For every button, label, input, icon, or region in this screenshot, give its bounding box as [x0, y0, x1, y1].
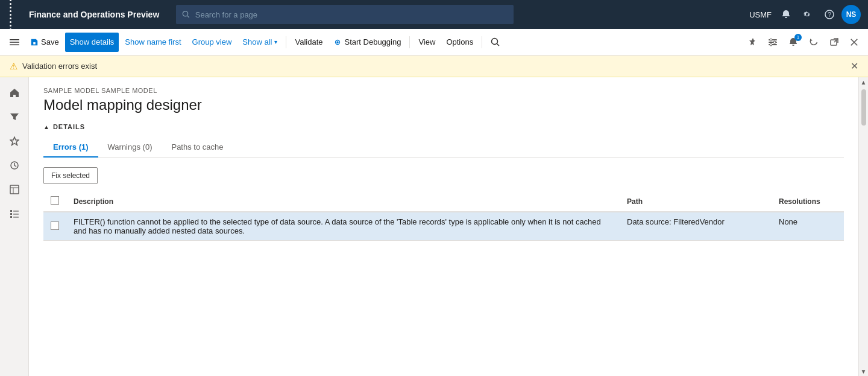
details-label: DETAILS [53, 123, 85, 130]
options-button[interactable]: Options [441, 33, 478, 52]
notification-bell-icon[interactable] [776, 5, 796, 24]
group-view-button[interactable]: Group view [187, 33, 237, 52]
scroll-thumb[interactable] [861, 89, 866, 126]
sidebar-filter-button[interactable] [4, 106, 25, 128]
notification-count: 1 [794, 34, 802, 41]
cmd-divider-3 [482, 36, 482, 48]
row-resolutions: None [772, 212, 844, 241]
open-new-window-icon [829, 37, 839, 47]
table-header-path: Path [620, 191, 772, 212]
company-label: USMF [749, 10, 772, 19]
svg-point-14 [770, 39, 772, 41]
scroll-down-arrow[interactable]: ▼ [859, 366, 869, 376]
svg-text:?: ? [828, 11, 831, 18]
clock-icon [10, 161, 19, 170]
svg-rect-26 [13, 211, 19, 212]
svg-rect-27 [10, 213, 12, 215]
table-header-resolutions: Resolutions [772, 191, 844, 212]
svg-marker-20 [10, 137, 19, 145]
svg-point-0 [183, 11, 188, 16]
search-bar[interactable] [176, 5, 514, 24]
personalize-icon-button[interactable] [763, 33, 782, 52]
table-row[interactable]: FILTER() function cannot be applied to t… [43, 212, 844, 241]
home-icon [10, 88, 19, 98]
scroll-up-arrow[interactable]: ▲ [859, 77, 869, 87]
personalize-icon [768, 37, 778, 47]
hamburger-menu-button[interactable] [5, 33, 24, 52]
view-button[interactable]: View [414, 33, 440, 52]
row-checkbox[interactable] [51, 221, 59, 230]
search-input[interactable] [195, 10, 508, 19]
main-layout: SAMPLE MODEL SAMPLE MODEL Model mapping … [0, 77, 868, 376]
command-bar: Save Show details Show name first Group … [0, 29, 868, 56]
top-nav: Finance and Operations Preview USMF ? NS [0, 0, 868, 29]
right-scrollbar: ▲ ▼ [858, 77, 868, 376]
svg-rect-22 [10, 185, 19, 194]
svg-point-8 [337, 41, 339, 43]
svg-rect-5 [10, 42, 19, 43]
refresh-icon-button[interactable] [804, 33, 823, 52]
hamburger-icon [10, 37, 19, 47]
avatar[interactable]: NS [841, 5, 861, 24]
show-all-chevron-icon: ▾ [274, 39, 277, 45]
fix-selected-button[interactable]: Fix selected [43, 167, 98, 184]
start-debugging-button[interactable]: Start Debugging [329, 33, 406, 52]
select-all-checkbox[interactable] [51, 196, 59, 205]
pin-icon [747, 37, 757, 47]
search-command-icon[interactable] [486, 33, 505, 52]
cmd-bar-right: 1 [743, 33, 863, 52]
svg-rect-4 [10, 39, 19, 40]
table-header-row: Description Path Resolutions [43, 191, 844, 212]
row-path: Data source: FilteredVendor [620, 212, 772, 241]
cmd-divider-2 [409, 36, 410, 48]
svg-point-16 [770, 43, 772, 46]
table-icon [10, 185, 19, 194]
svg-rect-29 [10, 216, 12, 218]
star-icon [10, 136, 19, 146]
validate-button[interactable]: Validate [290, 33, 327, 52]
open-new-window-icon-button[interactable] [825, 33, 844, 52]
sidebar-table-button[interactable] [4, 179, 25, 200]
svg-point-9 [492, 38, 498, 44]
content-area: SAMPLE MODEL SAMPLE MODEL Model mapping … [29, 77, 858, 376]
show-details-button[interactable]: Show details [65, 33, 119, 52]
svg-rect-28 [13, 214, 19, 215]
sidebar-list-button[interactable] [4, 203, 25, 225]
sidebar-home-button[interactable] [4, 82, 25, 104]
table-header-check [43, 191, 66, 212]
list-icon [10, 209, 19, 218]
svg-point-15 [773, 41, 776, 43]
svg-line-10 [497, 43, 500, 46]
help-question-icon[interactable]: ? [820, 5, 839, 24]
save-button[interactable]: Save [25, 33, 64, 52]
error-table: Description Path Resolutions FILTER() fu… [43, 191, 844, 241]
pin-icon-button[interactable] [743, 33, 762, 52]
close-icon [850, 38, 858, 46]
row-checkbox-cell [43, 212, 66, 241]
details-header[interactable]: ▲ DETAILS [43, 123, 844, 130]
tab-warnings[interactable]: Warnings (0) [98, 138, 162, 158]
show-all-button[interactable]: Show all ▾ [237, 33, 282, 52]
validation-message: Validation errors exist [22, 62, 846, 71]
sidebar-star-button[interactable] [4, 130, 25, 152]
close-icon-button[interactable] [845, 33, 863, 52]
tab-paths-to-cache[interactable]: Paths to cache [162, 138, 233, 158]
svg-rect-30 [13, 217, 19, 218]
sidebar [0, 77, 29, 376]
table-header-description: Description [66, 191, 620, 212]
search-icon [182, 10, 190, 19]
refresh-icon [809, 37, 819, 47]
cmd-divider-1 [286, 36, 286, 48]
show-name-first-button[interactable]: Show name first [120, 33, 186, 52]
notifications-badge-button[interactable]: 1 [784, 33, 803, 52]
app-grid-icon[interactable] [7, 0, 19, 33]
settings-gear-icon[interactable] [798, 5, 817, 24]
validation-close-button[interactable]: ✕ [851, 60, 858, 72]
tab-errors[interactable]: Errors (1) [43, 138, 98, 158]
svg-rect-25 [10, 210, 12, 212]
debug-icon [333, 38, 342, 46]
sidebar-clock-button[interactable] [4, 155, 25, 176]
nav-right: USMF ? NS [749, 5, 861, 24]
svg-line-1 [187, 16, 189, 18]
warning-icon: ⚠ [10, 61, 17, 72]
